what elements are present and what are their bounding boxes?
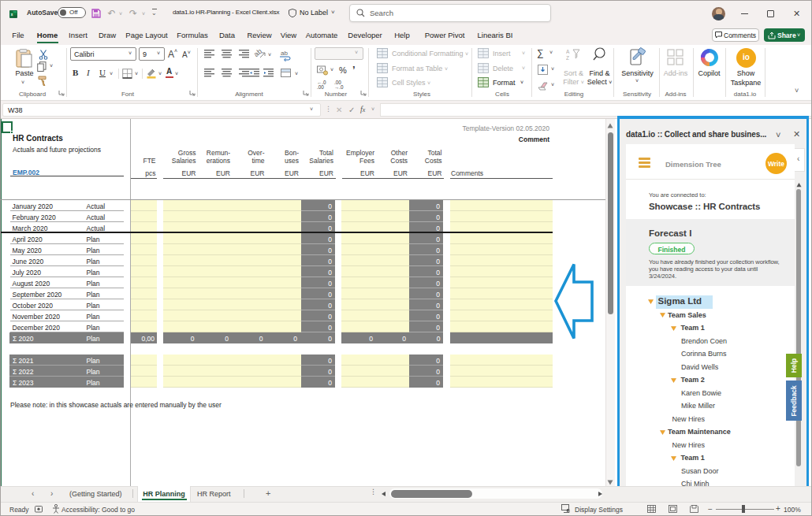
svg-text:Z: Z	[566, 55, 569, 61]
svg-text:x: x	[11, 13, 13, 17]
svg-text:A: A	[566, 49, 570, 54]
